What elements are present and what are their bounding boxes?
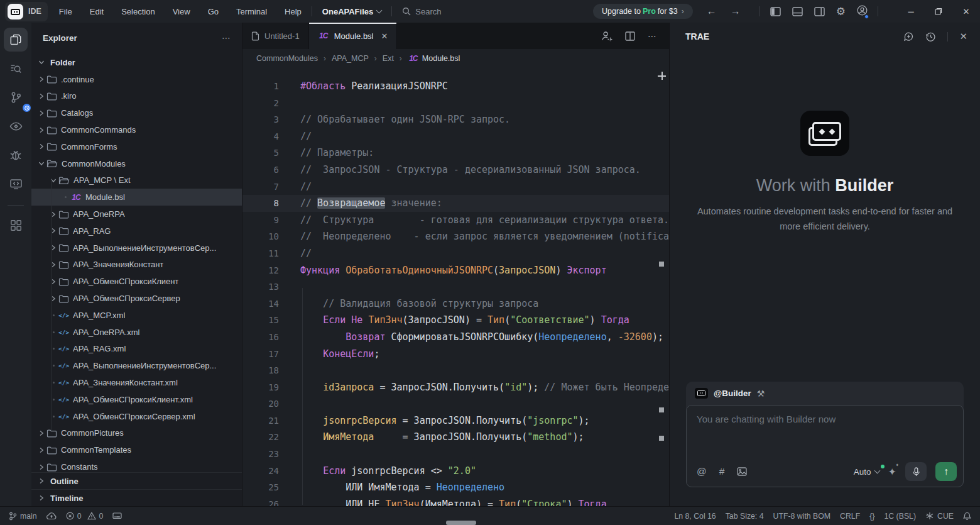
code-line[interactable]: 17 КонецЕсли; [242, 346, 669, 363]
tree-item[interactable]: CommonTemplates [31, 441, 242, 458]
tab-close-icon[interactable]: ✕ [381, 31, 388, 41]
attach-image-icon[interactable] [737, 467, 747, 476]
problems-indicator[interactable]: 0 0 [66, 512, 104, 521]
chat-history-icon[interactable] [925, 31, 936, 42]
code-line[interactable]: 26 ИЛИ НЕ ТипЗнч(ИмяМетода) = Тип("Строк… [242, 496, 669, 506]
chat-input-box[interactable]: You are chatting with Builder now @ # Au… [686, 405, 964, 487]
window-minimize-button[interactable]: ─ [897, 0, 925, 23]
tree-item[interactable]: </>APA_ОбменСПроксиСервер.xml [31, 408, 242, 425]
cursor-position[interactable]: Ln 8, Col 16 [674, 512, 716, 521]
share-profile-icon[interactable] [601, 31, 612, 41]
mention-icon[interactable]: @ [697, 466, 707, 477]
code-line[interactable]: 13 [242, 279, 669, 296]
code-line[interactable]: 10// Неопределено - если запрос является… [242, 228, 669, 245]
activity-search-icon[interactable] [4, 57, 28, 80]
tree-item[interactable]: APA_ОбменСПроксиСервер [31, 290, 242, 307]
tree-item[interactable]: CommonCommands [31, 121, 242, 138]
breadcrumb-item[interactable]: APA_MCP [332, 54, 369, 63]
cue-indicator[interactable]: CUE [925, 512, 954, 521]
code-line[interactable]: 8// Возвращаемое значение: [242, 195, 669, 212]
code-line[interactable]: 9// Структура - готовая для сериализации… [242, 212, 669, 229]
breadcrumb-item[interactable]: 1СModule.bsl [408, 54, 460, 63]
code-line[interactable]: 2 [242, 95, 669, 112]
tree-item[interactable]: Catalogs [31, 104, 242, 121]
activity-preview-icon[interactable] [4, 114, 28, 138]
explorer-more-actions[interactable]: ⋯ [222, 33, 232, 43]
settings-gear-icon[interactable]: ⚙ [836, 5, 846, 18]
tree-item[interactable]: APA_ЗначенияКонстант [31, 257, 242, 274]
code-line[interactable]: 12Функция ОбработатьОдиночныйJSONRPC(Зап… [242, 262, 669, 279]
ports-indicator[interactable] [112, 512, 122, 520]
tab-untitled-1[interactable]: Untitled-1 [242, 23, 309, 49]
tree-item[interactable]: Folder [31, 54, 242, 71]
breadcrumb-item[interactable]: Ext [383, 54, 394, 63]
code-line[interactable]: 21 jsonrpcВерсия = ЗапросJSON.Получить("… [242, 412, 669, 429]
tree-item[interactable]: CommonModules [31, 155, 242, 172]
code-line[interactable]: 4// [242, 128, 669, 145]
breadcrumb-item[interactable]: CommonModules [256, 54, 318, 63]
tree-item[interactable]: .kiro [31, 88, 242, 105]
nav-back-button[interactable]: ← [707, 6, 717, 17]
tree-item[interactable]: APA_RAG [31, 223, 242, 240]
activity-console-icon[interactable] [4, 172, 28, 196]
taskbar-peek-handle[interactable] [446, 521, 476, 525]
format-braces[interactable]: {} [869, 512, 874, 521]
menu-view[interactable]: View [173, 7, 190, 16]
code-line[interactable]: 5// Параметры: [242, 145, 669, 162]
close-panel-icon[interactable]: ✕ [959, 31, 967, 42]
toggle-right-sidebar-icon[interactable] [814, 7, 825, 16]
sync-changes-button[interactable] [46, 512, 57, 520]
code-line[interactable]: 6// ЗапросJSON - Структура - десериализо… [242, 162, 669, 179]
code-line[interactable]: 19 idЗапроса = ЗапросJSON.Получить("id")… [242, 379, 669, 396]
activity-explorer-icon[interactable] [4, 28, 28, 52]
tree-item[interactable]: APA_MCP \ Ext [31, 172, 242, 189]
global-search[interactable]: Search [402, 7, 441, 16]
tools-icon[interactable]: ⚒ [757, 389, 765, 399]
tree-item[interactable]: </>APA_OneRPA.xml [31, 324, 242, 341]
menu-go[interactable]: Go [208, 7, 219, 16]
tree-item[interactable]: </>APA_ОбменСПроксиКлиент.xml [31, 391, 242, 408]
code-line[interactable]: 16 Возврат СформироватьJSONRPCОшибку(Нео… [242, 329, 669, 346]
notifications-bell-icon[interactable] [963, 512, 971, 521]
activity-source-control-icon[interactable] [4, 86, 28, 109]
code-line[interactable]: 25 ИЛИ ИмяМетода = Неопределено [242, 479, 669, 496]
code-line[interactable]: 15 Если Не ТипЗнч(ЗапросJSON) = Тип("Соо… [242, 312, 669, 329]
menu-file[interactable]: File [59, 7, 72, 16]
explorer-section-timeline[interactable]: Timeline [31, 489, 242, 506]
workspace-switcher[interactable]: OneAPAFiles [322, 7, 381, 16]
editor-more-actions-icon[interactable]: ⋯ [648, 31, 658, 41]
context-hash-icon[interactable]: # [719, 466, 725, 477]
code-line[interactable]: 1#Область РеализацияJSONRPC [242, 78, 669, 95]
tree-item[interactable]: CommonPictures [31, 425, 242, 442]
voice-input-button[interactable] [905, 462, 927, 481]
tree-item[interactable]: APA_ОбменСПроксиКлиент [31, 273, 242, 290]
chat-agent-name[interactable]: @Builder [714, 389, 751, 398]
new-chat-icon[interactable] [903, 31, 914, 42]
menu-selection[interactable]: Selection [121, 7, 155, 16]
nav-forward-button[interactable]: → [731, 6, 741, 17]
account-avatar[interactable] [857, 5, 868, 18]
upgrade-pro-button[interactable]: Upgrade to Pro for $3 › [593, 4, 693, 19]
split-editor-icon[interactable] [625, 31, 635, 41]
code-line[interactable]: 20 [242, 395, 669, 412]
tree-item[interactable]: </>APA_ЗначенияКонстант.xml [31, 374, 242, 391]
explorer-section-outline[interactable]: Outline [31, 472, 242, 489]
tree-item[interactable]: 1СModule.bsl [31, 189, 242, 206]
code-line[interactable]: 23 [242, 446, 669, 463]
encoding[interactable]: UTF-8 with BOM [773, 512, 831, 521]
eol-sequence[interactable]: CRLF [840, 512, 860, 521]
tree-item[interactable]: </>APA_MCP.xml [31, 307, 242, 324]
code-line[interactable]: 3// Обрабатывает один JSON-RPC запрос. [242, 111, 669, 128]
code-line[interactable]: 22 ИмяМетода = ЗапросJSON.Получить("meth… [242, 429, 669, 446]
tab-size[interactable]: Tab Size: 4 [726, 512, 764, 521]
toggle-bottom-panel-icon[interactable] [792, 7, 803, 16]
menu-help[interactable]: Help [285, 7, 302, 16]
tree-item[interactable]: </>APA_RAG.xml [31, 341, 242, 358]
window-close-button[interactable]: ✕ [952, 0, 980, 23]
code-line[interactable]: 14 // Валидация базовой структуры запрос… [242, 296, 669, 312]
menu-edit[interactable]: Edit [90, 7, 104, 16]
activity-debug-icon[interactable] [4, 143, 28, 167]
app-menu-button[interactable]: IDE [5, 2, 48, 21]
tab-module-bsl[interactable]: 1С Module.bsl ✕ [309, 23, 398, 49]
tree-item[interactable]: CommonForms [31, 138, 242, 155]
